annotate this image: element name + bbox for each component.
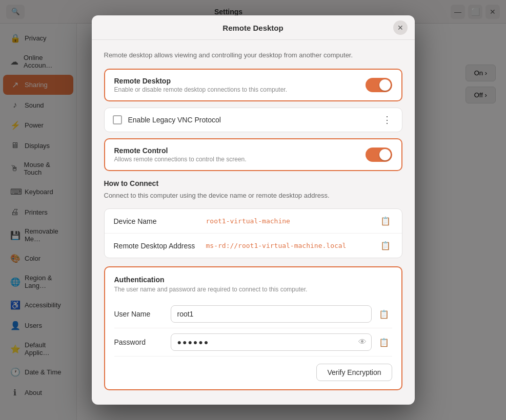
connection-info-table: Device Name root1-virtual-machine 📋 Remo…: [104, 208, 402, 258]
dialog-close-icon: ✕: [397, 24, 403, 32]
dialog-title: Remote Desktop: [222, 24, 283, 32]
copy-username-button[interactable]: 📋: [376, 309, 392, 319]
copy-icon-2: 📋: [380, 241, 391, 250]
remote-control-row: Remote Control Allows remote connections…: [104, 138, 402, 171]
dialog-close-button[interactable]: ✕: [393, 20, 408, 35]
menu-dots-icon: ⋮: [382, 115, 392, 125]
auth-heading: Authentication: [114, 276, 392, 284]
copy-password-icon: 📋: [379, 338, 389, 347]
remote-control-toggle[interactable]: [366, 148, 392, 162]
password-input-wrap: 👁: [171, 333, 372, 351]
verify-btn-row: Verify Encryption: [114, 364, 392, 381]
how-to-connect-desc: Connect to this computer using the devic…: [104, 191, 402, 201]
how-to-connect-heading: How to Connect: [104, 179, 402, 187]
toggle-password-visibility-button[interactable]: 👁: [358, 338, 367, 347]
vnc-row: Enable Legacy VNC Protocol ⋮: [104, 108, 402, 132]
password-input[interactable]: [171, 333, 372, 351]
dialog-description: Remote desktop allows viewing and contro…: [104, 50, 402, 60]
vnc-checkbox[interactable]: [113, 115, 122, 124]
remote-control-info: Remote Control Allows remote connections…: [114, 146, 247, 163]
settings-window: 🔍 Settings — ⬜ ✕ 🔒 Privacy ☁ Online Acc: [0, 0, 506, 420]
username-input-wrap: [171, 305, 372, 323]
username-key: User Name: [114, 310, 171, 318]
dialog-titlebar: Remote Desktop ✕: [92, 15, 415, 40]
copy-password-button[interactable]: 📋: [376, 338, 392, 347]
username-row: User Name 📋: [114, 300, 392, 328]
vnc-menu-button[interactable]: ⋮: [380, 114, 394, 125]
password-row: Password 👁 📋: [114, 328, 392, 356]
remote-desktop-info: Remote Desktop Enable or disable remote …: [114, 77, 288, 93]
dialog-body: Remote desktop allows viewing and contro…: [92, 40, 415, 405]
remote-address-value: ms-rd://root1-virtual-machine.local: [206, 242, 378, 249]
remote-control-label: Remote Control: [114, 146, 247, 155]
remote-desktop-label: Remote Desktop: [114, 77, 288, 85]
copy-username-icon: 📋: [379, 310, 389, 319]
copy-remote-address-button[interactable]: 📋: [378, 241, 393, 250]
eye-icon: 👁: [358, 338, 367, 346]
remote-desktop-sublabel: Enable or disable remote desktop connect…: [114, 86, 288, 93]
device-name-row: Device Name root1-virtual-machine 📋: [105, 209, 402, 234]
remote-address-row: Remote Desktop Address ms-rd://root1-vir…: [105, 234, 402, 258]
auth-description: The user name and password are required …: [114, 286, 392, 293]
copy-device-name-button[interactable]: 📋: [378, 216, 393, 226]
device-name-key: Device Name: [114, 217, 206, 225]
toggle-knob-2: [379, 149, 391, 160]
vnc-label: Enable Legacy VNC Protocol: [128, 116, 380, 124]
toggle-knob: [379, 79, 391, 91]
username-input[interactable]: [171, 305, 372, 323]
remote-desktop-row: Remote Desktop Enable or disable remote …: [104, 69, 402, 101]
modal-overlay: Remote Desktop ✕ Remote desktop allows v…: [0, 0, 506, 420]
copy-icon: 📋: [380, 217, 391, 225]
authentication-section: Authentication The user name and passwor…: [104, 266, 402, 390]
remote-desktop-toggle[interactable]: [366, 78, 392, 92]
device-name-value: root1-virtual-machine: [206, 217, 378, 225]
verify-encryption-button[interactable]: Verify Encryption: [316, 364, 392, 381]
remote-address-key: Remote Desktop Address: [114, 242, 206, 250]
remote-control-sublabel: Allows remote connections to control the…: [114, 156, 247, 163]
password-key: Password: [114, 338, 171, 346]
remote-desktop-dialog: Remote Desktop ✕ Remote desktop allows v…: [92, 15, 415, 405]
